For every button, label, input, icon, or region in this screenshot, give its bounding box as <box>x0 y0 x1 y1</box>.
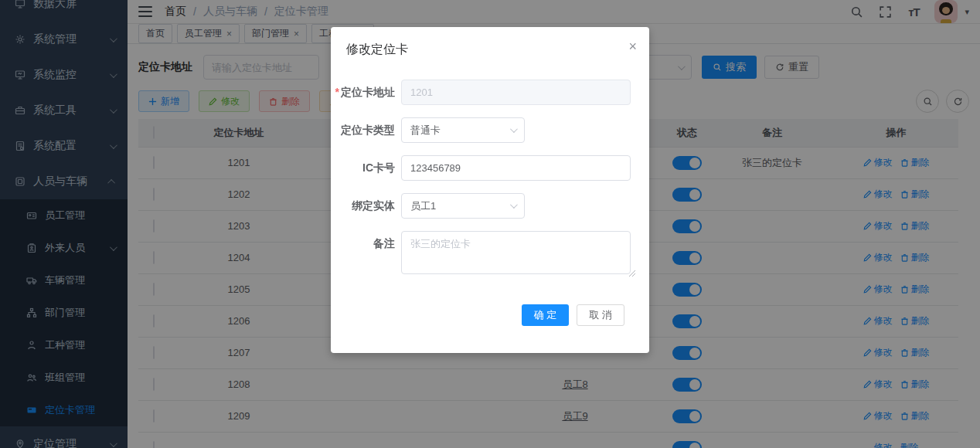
bound-entity-value: 员工1 <box>410 199 510 213</box>
edit-locator-card-modal: 修改定位卡 × *定位卡地址 定位卡类型 普通卡 IC卡号 绑定实体 员工1 <box>331 27 649 353</box>
resize-handle-icon[interactable] <box>628 266 635 274</box>
modal-body: *定位卡地址 定位卡类型 普通卡 IC卡号 绑定实体 员工1 <box>331 58 649 326</box>
bound-entity-label: 绑定实体 <box>331 193 401 219</box>
ic-number-field[interactable] <box>401 155 631 181</box>
form-row-remark: 备注 <box>331 231 637 277</box>
card-type-select[interactable]: 普通卡 <box>401 117 525 143</box>
modal-title: 修改定位卡 <box>346 41 634 58</box>
form-row-card-type: 定位卡类型 普通卡 <box>331 117 637 143</box>
remark-textarea[interactable] <box>401 231 631 274</box>
ic-number-label: IC卡号 <box>331 155 401 181</box>
card-type-value: 普通卡 <box>410 124 510 137</box>
modal-header: 修改定位卡 × <box>331 27 649 58</box>
form-row-ic-number: IC卡号 <box>331 155 637 181</box>
card-address-field <box>401 80 631 105</box>
confirm-button[interactable]: 确 定 <box>522 304 570 326</box>
required-mark: * <box>335 86 339 98</box>
bound-entity-select[interactable]: 员工1 <box>401 193 525 219</box>
form-row-card-address: *定位卡地址 <box>331 80 637 105</box>
remark-label: 备注 <box>331 231 401 256</box>
form-row-bound-entity: 绑定实体 员工1 <box>331 193 637 219</box>
cancel-button[interactable]: 取 消 <box>577 304 624 326</box>
close-icon[interactable]: × <box>628 39 637 53</box>
chevron-down-icon <box>510 125 518 133</box>
modal-footer: 确 定 取 消 <box>331 289 637 326</box>
chevron-down-icon <box>510 201 518 209</box>
card-address-label: *定位卡地址 <box>331 80 401 105</box>
card-type-label: 定位卡类型 <box>331 117 401 143</box>
